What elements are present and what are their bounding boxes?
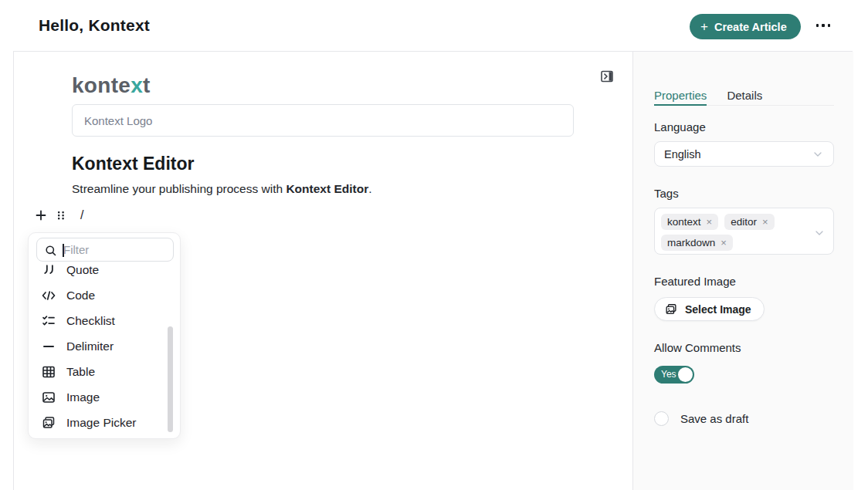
- image-picker-icon: [41, 415, 56, 431]
- toolbox-item-code[interactable]: Code: [32, 282, 172, 308]
- tab-properties[interactable]: Properties: [654, 79, 707, 105]
- ellipsis-icon: [816, 24, 819, 27]
- editor-pane: kontext Kontext Editor Streamline your p…: [14, 52, 632, 490]
- paragraph-bold-text: Kontext Editor: [286, 182, 368, 195]
- quote-icon: [41, 263, 56, 278]
- save-as-draft-checkbox[interactable]: [654, 411, 669, 426]
- toolbox-item-image[interactable]: Image: [32, 384, 172, 410]
- add-block-icon[interactable]: [31, 206, 51, 225]
- search-icon: [44, 244, 57, 257]
- toolbox-list: Quote Code: [32, 263, 172, 436]
- create-article-label: Create Article: [714, 21, 787, 33]
- tag-chip: editor ×: [724, 214, 774, 230]
- tab-details[interactable]: Details: [727, 79, 762, 105]
- sidebar-tabs: Properties Details: [654, 79, 834, 106]
- table-icon: [41, 364, 56, 380]
- remove-tag-icon[interactable]: ×: [721, 237, 727, 248]
- tag-chip: markdown ×: [661, 235, 733, 251]
- tags-label: Tags: [654, 187, 679, 200]
- image-picker-icon: [664, 302, 678, 316]
- toolbox-filter-input[interactable]: [63, 239, 170, 260]
- plus-icon: +: [700, 20, 708, 33]
- content-container: kontext Kontext Editor Streamline your p…: [13, 51, 853, 490]
- toolbox-item-table[interactable]: Table: [32, 359, 172, 384]
- block-toolbar: /: [31, 206, 83, 225]
- save-as-draft-label: Save as draft: [680, 412, 748, 425]
- more-options-button[interactable]: [812, 19, 834, 32]
- select-image-button[interactable]: Select Image: [654, 297, 765, 321]
- image-caption-input[interactable]: [72, 104, 574, 137]
- language-value: English: [664, 148, 701, 161]
- save-as-draft-row: Save as draft: [654, 411, 748, 426]
- toolbox-filter-field: [36, 238, 174, 262]
- toggle-state-label: Yes: [661, 369, 676, 380]
- toggle-knob: [678, 367, 693, 382]
- tags-multiselect[interactable]: kontext × editor × markdown ×: [654, 208, 834, 255]
- tag-chip: kontext ×: [661, 214, 718, 230]
- featured-image-label: Featured Image: [654, 275, 736, 288]
- code-icon: [41, 288, 56, 303]
- toolbox-item-image-picker[interactable]: Image Picker: [32, 410, 172, 435]
- allow-comments-toggle[interactable]: Yes: [654, 366, 694, 384]
- remove-tag-icon[interactable]: ×: [762, 216, 768, 228]
- properties-sidebar: Properties Details Language English Tags…: [632, 52, 853, 490]
- app-window: Hello, Kontext + Create Article kontext: [0, 0, 868, 490]
- checklist-icon: [41, 313, 56, 329]
- kontext-logo: kontext: [72, 73, 151, 98]
- chevron-down-icon: [813, 227, 826, 239]
- document-heading[interactable]: Kontext Editor: [72, 154, 194, 174]
- drag-handle-icon[interactable]: [51, 206, 71, 225]
- logo-accent-letter: x: [131, 73, 143, 97]
- language-label: Language: [654, 120, 706, 133]
- block-toolbox-popup: Quote Code: [28, 232, 181, 439]
- toolbox-scrollbar[interactable]: [168, 326, 173, 432]
- remove-tag-icon[interactable]: ×: [707, 216, 713, 228]
- top-header: Hello, Kontext + Create Article: [0, 0, 868, 51]
- typed-slash[interactable]: /: [80, 208, 83, 222]
- allow-comments-label: Allow Comments: [654, 341, 741, 354]
- language-select[interactable]: English: [654, 141, 834, 167]
- toolbox-item-quote[interactable]: Quote: [32, 263, 172, 282]
- toolbox-item-delimiter[interactable]: Delimiter: [32, 333, 172, 359]
- select-image-label: Select Image: [685, 303, 751, 316]
- document-paragraph[interactable]: Streamline your publishing process with …: [72, 182, 372, 196]
- sidebar-toggle-icon[interactable]: [599, 69, 615, 84]
- delimiter-icon: [41, 339, 56, 354]
- page-title: Hello, Kontext: [39, 16, 150, 35]
- toolbox-item-checklist[interactable]: Checklist: [32, 308, 172, 333]
- chevron-down-icon: [812, 148, 824, 161]
- create-article-button[interactable]: + Create Article: [690, 14, 801, 39]
- image-icon: [41, 390, 56, 405]
